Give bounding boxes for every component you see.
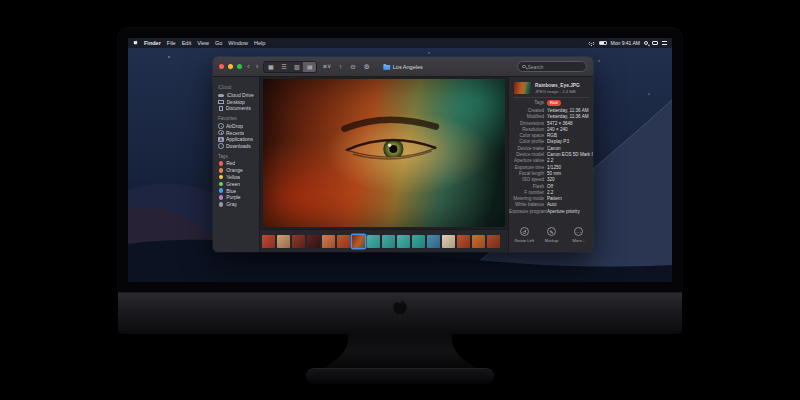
sidebar-item-icon (218, 137, 224, 143)
thumbnail[interactable] (457, 235, 470, 248)
quick-action-button[interactable]: ✎ Markup (540, 227, 564, 243)
preview-fileinfo: JPEG image - 2.4 MB (535, 89, 580, 94)
imac-stand-base (306, 368, 494, 384)
sidebar-item[interactable]: Applications (218, 136, 259, 143)
sidebar-tag-item[interactable]: Red (218, 160, 259, 167)
view-mode-switcher: ▦ ☰ ▥ ▤ (263, 61, 317, 73)
menu-app-name[interactable]: Finder (144, 40, 161, 46)
sidebar-section-icloud: iCloud (218, 85, 259, 90)
sidebar-item[interactable]: AirDrop (218, 122, 259, 129)
thumbnail[interactable] (367, 235, 380, 248)
thumbnail-strip (260, 229, 508, 252)
gallery-view-button[interactable]: ▤ (303, 62, 316, 72)
sidebar-item[interactable]: Documents (218, 105, 259, 112)
sidebar-tag-item[interactable]: Purple (218, 194, 259, 201)
window-toolbar: ‹ › ▦ ☰ ▥ ▤ ≡˅ ↑ ⊙ ⚙ Los Angeles (213, 57, 593, 77)
preview-tag-badge[interactable]: Red (547, 100, 561, 106)
thumbnail[interactable] (472, 235, 485, 248)
preview-filename: Rainbows_Eye.JPG (535, 83, 580, 89)
menu-item[interactable]: Go (215, 40, 222, 46)
thumbnail[interactable] (262, 235, 275, 248)
sidebar-tag-item[interactable]: Green (218, 180, 259, 187)
thumbnail[interactable] (397, 235, 410, 248)
zoom-button[interactable] (237, 64, 242, 69)
menu-clock[interactable]: Mon 9:41 AM (611, 40, 640, 46)
thumbnail[interactable] (412, 235, 425, 248)
sidebar-item[interactable]: iCloud Drive (218, 92, 259, 99)
window-title: Los Angeles (393, 64, 423, 70)
sidebar-tag-item[interactable]: Gray (218, 201, 259, 208)
icon-view-button[interactable]: ▦ (264, 62, 277, 72)
notification-center-icon[interactable] (662, 41, 667, 45)
thumbnail[interactable] (322, 235, 335, 248)
sidebar-tag-item[interactable]: Blue (218, 187, 259, 194)
column-view-button[interactable]: ▥ (290, 62, 303, 72)
search-icon (522, 65, 526, 69)
sidebar-item-icon (218, 143, 224, 149)
close-button[interactable] (219, 64, 224, 69)
battery-icon[interactable] (599, 41, 607, 45)
group-by-button[interactable]: ≡˅ (321, 62, 333, 72)
wifi-icon[interactable] (588, 41, 595, 46)
quick-action-icon: ✎ (547, 227, 556, 236)
list-view-button[interactable]: ☰ (277, 62, 290, 72)
thumbnail[interactable] (337, 235, 350, 248)
sidebar: iCloud iCloud Drive Desktop (213, 77, 260, 252)
menu-item[interactable]: Help (254, 40, 265, 46)
photo-eye-large-preview[interactable] (263, 79, 505, 227)
menu-item[interactable]: View (197, 40, 209, 46)
preview-panel: Rainbows_Eye.JPG JPEG image - 2.4 MB Tag… (508, 77, 593, 252)
thumbnail[interactable] (307, 235, 320, 248)
quick-action-button[interactable]: ⋯ More... (567, 227, 591, 243)
sidebar-item-icon (219, 106, 224, 112)
spotlight-icon[interactable] (644, 41, 648, 45)
thumbnail[interactable] (352, 235, 365, 248)
sidebar-item-icon (218, 123, 224, 129)
tag-color-dot (219, 182, 224, 187)
thumbnail[interactable] (442, 235, 455, 248)
share-button[interactable]: ↑ (337, 62, 344, 72)
thumbnail[interactable] (487, 235, 500, 248)
apple-logo (391, 299, 409, 320)
sidebar-item[interactable]: Downloads (218, 143, 259, 150)
sidebar-tag-item[interactable]: Orange (218, 167, 259, 174)
gallery-view (260, 77, 508, 252)
menu-item[interactable]: Edit (182, 40, 191, 46)
sidebar-tag-item[interactable]: Yellow (218, 174, 259, 181)
preview-tags-label: Tags (509, 100, 547, 106)
metadata-list: Created Yesterday, 11:36 AM Modified Yes… (509, 108, 593, 215)
thumbnail[interactable] (277, 235, 290, 248)
finder-window: ‹ › ▦ ☰ ▥ ▤ ≡˅ ↑ ⊙ ⚙ Los Angeles (213, 57, 593, 252)
sidebar-section-favorites: Favorites (218, 116, 259, 121)
thumbnail[interactable] (427, 235, 440, 248)
metadata-row: Exposure program Aperture priority (509, 209, 593, 215)
control-center-icon[interactable] (652, 41, 658, 45)
sidebar-item-icon (218, 94, 224, 98)
thumbnail[interactable] (292, 235, 305, 248)
imac-screen: Finder FileEditViewGoWindowHelp Mon 9:41… (128, 38, 672, 282)
divider (514, 97, 589, 98)
minimize-button[interactable] (228, 64, 233, 69)
action-menu-button[interactable]: ⚙ (362, 62, 372, 72)
sidebar-item[interactable]: Recents (218, 129, 259, 136)
tag-color-dot (219, 175, 224, 180)
search-field[interactable] (517, 61, 587, 72)
menu-bar: Finder FileEditViewGoWindowHelp Mon 9:41… (128, 38, 672, 48)
window-title-area: Los Angeles (383, 57, 422, 77)
sidebar-item[interactable]: Desktop (218, 98, 259, 105)
folder-icon (383, 65, 390, 70)
search-input[interactable] (528, 64, 583, 70)
tags-button[interactable]: ⊙ (348, 62, 357, 72)
forward-button[interactable]: › (255, 63, 260, 71)
menu-item[interactable]: File (167, 40, 176, 46)
tag-color-dot (219, 195, 224, 200)
tag-color-dot (219, 202, 224, 207)
eye-illustration (338, 116, 444, 176)
apple-menu-icon[interactable] (133, 40, 138, 46)
sidebar-section-tags: Tags (218, 154, 259, 159)
tag-color-dot (219, 188, 224, 193)
menu-item[interactable]: Window (228, 40, 248, 46)
thumbnail[interactable] (382, 235, 395, 248)
back-button[interactable]: ‹ (246, 63, 251, 71)
quick-action-button[interactable]: ↺ Rotate Left (512, 227, 536, 243)
